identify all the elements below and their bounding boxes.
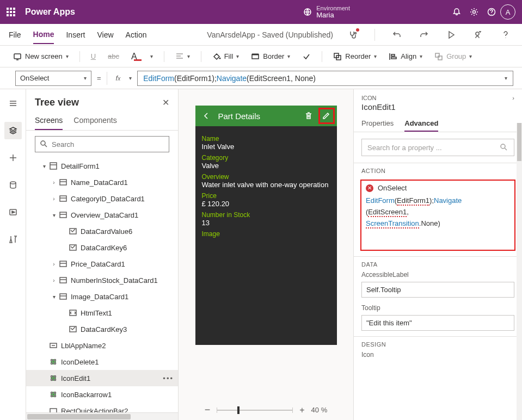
align-text-button[interactable]: ▾ xyxy=(171,50,194,63)
panel-expand[interactable]: › xyxy=(512,95,514,101)
tree-hscroll[interactable] xyxy=(26,412,178,420)
search-icon xyxy=(500,143,508,152)
accessible-value[interactable]: Self.Tooltip xyxy=(361,282,514,298)
formula-expand[interactable]: ▾ xyxy=(505,75,507,81)
reorder-button[interactable]: Reorder▾ xyxy=(329,50,381,63)
delete-icon[interactable] xyxy=(303,110,314,121)
svg-rect-38 xyxy=(50,409,57,412)
back-icon[interactable] xyxy=(201,110,212,121)
tree-node-IconBackarrow1[interactable]: IconBackarrow1 xyxy=(26,386,178,403)
prop-search[interactable]: Search for a property ... xyxy=(361,139,514,156)
left-rail xyxy=(0,89,26,420)
help-button[interactable] xyxy=(483,3,500,21)
zoom-slider[interactable] xyxy=(217,410,293,411)
formula-bar: OnSelect▾ = fx ▾ EditForm(EditForm1);Nav… xyxy=(0,67,522,89)
hamburger-icon xyxy=(9,99,17,108)
font-color-button[interactable]: A▾ xyxy=(127,50,157,64)
tree-search-input[interactable] xyxy=(52,140,164,149)
user-avatar[interactable]: A xyxy=(500,4,515,20)
fill-button[interactable]: Fill▾ xyxy=(208,50,244,63)
rail-insert[interactable] xyxy=(4,149,22,166)
tree-node-CategoryID_DataCard1[interactable]: ›CategoryID_DataCard1 xyxy=(26,190,178,207)
align-button[interactable]: Align▾ xyxy=(384,50,427,63)
tree-node-IconEdit1[interactable]: IconEdit1••• xyxy=(26,370,178,386)
zoom-out[interactable]: − xyxy=(205,404,211,416)
tree-node-RectQuickActionBar2[interactable]: RectQuickActionBar2 xyxy=(26,403,178,412)
field-label: Overview xyxy=(202,173,330,181)
svg-point-37 xyxy=(54,396,56,397)
rail-hamburger[interactable] xyxy=(4,95,22,112)
menu-home[interactable]: Home xyxy=(33,26,54,44)
underline-button[interactable]: U xyxy=(87,50,100,63)
undo-button[interactable] xyxy=(389,27,404,42)
tree-node-DataCardValue6[interactable]: DataCardValue6 xyxy=(26,223,178,239)
svg-rect-20 xyxy=(60,261,66,267)
tree-close-button[interactable]: ✕ xyxy=(162,97,169,108)
share-button[interactable] xyxy=(471,27,486,42)
tree-node-DetailForm1[interactable]: ▾DetailForm1 xyxy=(26,158,178,174)
notifications-button[interactable] xyxy=(448,3,465,21)
format-check-button[interactable] xyxy=(298,50,315,63)
new-screen-button[interactable]: New screen▾ xyxy=(9,50,73,63)
settings-button[interactable] xyxy=(465,3,483,21)
preview-title: Part Details xyxy=(218,112,297,121)
tree-node-Price_DataCard1[interactable]: ›Price_DataCard1 xyxy=(26,256,178,272)
onselect-property[interactable]: ✕ OnSelect EditForm(EditForm1);Navigate … xyxy=(360,180,515,251)
section-data: DATA xyxy=(354,256,522,270)
tooltip-value[interactable]: "Edit this item" xyxy=(361,315,514,331)
tools-icon xyxy=(9,235,17,244)
redo-button[interactable] xyxy=(416,27,432,42)
tree-node-Image_DataCard1[interactable]: ▾Image_DataCard1 xyxy=(26,288,178,305)
tree-node-IconDelete1[interactable]: IconDelete1 xyxy=(26,354,178,370)
rail-tree[interactable] xyxy=(4,122,22,139)
menu-view[interactable]: View xyxy=(97,26,113,44)
fx-label: fx xyxy=(113,74,124,82)
group-button[interactable]: Group▾ xyxy=(430,50,476,63)
play-button[interactable] xyxy=(444,27,459,42)
layers-icon xyxy=(9,126,17,135)
formula-input[interactable]: EditForm(EditForm1);Navigate(EditScreen1… xyxy=(137,71,513,86)
tree-search[interactable] xyxy=(35,136,169,152)
waffle-icon[interactable] xyxy=(7,7,17,17)
edit-icon[interactable] xyxy=(321,110,331,121)
database-icon xyxy=(9,181,17,189)
tree-node-Overview_DataCard1[interactable]: ▾Overview_DataCard1 xyxy=(26,207,178,223)
prop-vscroll[interactable] xyxy=(517,123,522,420)
redo-icon xyxy=(420,30,428,39)
onselect-code[interactable]: EditForm(EditForm1);Navigate (EditScreen… xyxy=(366,195,510,229)
app-checker-button[interactable] xyxy=(345,27,360,42)
field-label: Price xyxy=(202,192,330,200)
tree-node-LblAppName2[interactable]: LblAppName2 xyxy=(26,337,178,354)
tree-node-DataCardKey3[interactable]: DataCardKey3 xyxy=(26,321,178,337)
tab-screens[interactable]: Screens xyxy=(35,112,63,130)
svg-point-35 xyxy=(54,392,56,394)
rail-tools[interactable] xyxy=(4,231,22,248)
phone-preview: Part Details NameInlet ValveCategoryValv… xyxy=(195,106,337,345)
fx-expand[interactable]: ▾ xyxy=(129,75,132,81)
rail-data[interactable] xyxy=(4,176,22,194)
property-selector[interactable]: OnSelect▾ xyxy=(15,71,91,86)
icon-prop-label: Icon xyxy=(354,350,522,360)
zoom-in[interactable]: + xyxy=(299,405,304,415)
tree-node-HtmlText1[interactable]: HtmlText1 xyxy=(26,305,178,321)
tree-node-DataCardKey6[interactable]: DataCardKey6 xyxy=(26,239,178,256)
tab-properties[interactable]: Properties xyxy=(361,116,394,132)
border-icon xyxy=(251,52,260,61)
tree-node-NumberInStock_DataCard1[interactable]: ›NumberInStock_DataCard1 xyxy=(26,272,178,288)
plus-icon xyxy=(9,153,17,162)
svg-point-3 xyxy=(355,32,357,34)
onselect-label: OnSelect xyxy=(378,184,407,192)
check-icon xyxy=(302,52,311,61)
tab-components[interactable]: Components xyxy=(73,112,116,130)
tab-advanced[interactable]: Advanced xyxy=(404,116,438,132)
menu-action[interactable]: Action xyxy=(126,26,147,44)
strikethrough-button[interactable]: abc xyxy=(103,50,124,63)
environment-picker[interactable]: Environment Maria xyxy=(303,5,350,19)
menu-file[interactable]: File xyxy=(9,26,21,44)
help-menu-button[interactable] xyxy=(498,27,513,42)
canvas-area: Part Details NameInlet ValveCategoryValv… xyxy=(179,89,353,420)
menu-insert[interactable]: Insert xyxy=(66,26,85,44)
border-button[interactable]: Border▾ xyxy=(247,50,294,63)
rail-media[interactable] xyxy=(4,203,22,221)
tree-node-Name_DataCard1[interactable]: ›Name_DataCard1 xyxy=(26,174,178,190)
